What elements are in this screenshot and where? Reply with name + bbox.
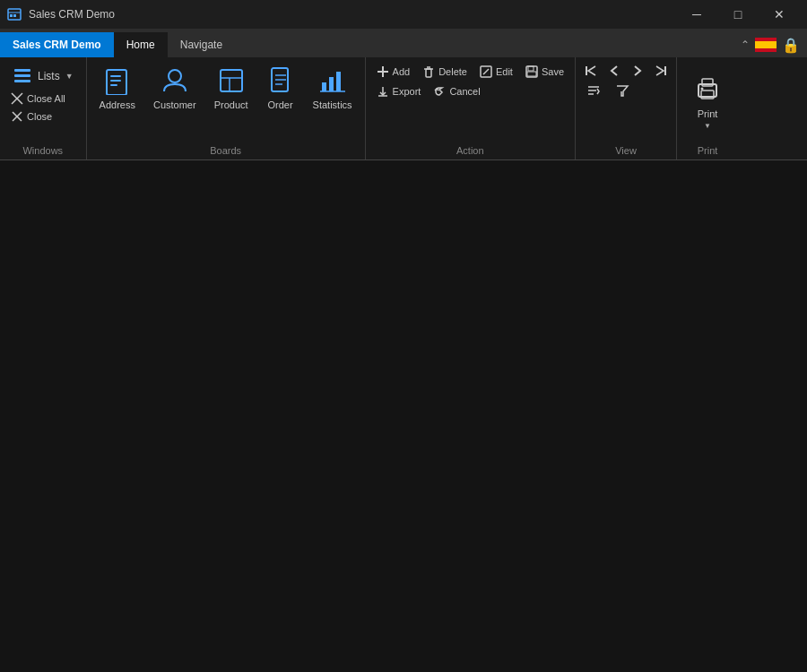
export-button[interactable]: Export [371, 82, 427, 100]
lists-label: Lists [38, 70, 60, 82]
prev-record-button[interactable] [604, 63, 624, 79]
export-label: Export [393, 86, 421, 97]
flag-icon [755, 38, 777, 52]
cancel-button[interactable]: Cancel [428, 82, 485, 100]
ribbon-group-windows: Lists ▼ Close All Close [0, 57, 87, 159]
last-icon [655, 65, 667, 77]
print-label: Print [698, 108, 718, 119]
tab-navigate[interactable]: Navigate [168, 32, 235, 57]
order-button[interactable]: Order [259, 63, 302, 114]
ribbon: Lists ▼ Close All Close [0, 57, 807, 160]
nav-row [581, 63, 671, 79]
customer-label: Customer [153, 99, 196, 110]
svg-rect-18 [221, 70, 242, 91]
svg-point-49 [701, 88, 704, 90]
action-row-1: Add Delete Edit [371, 63, 569, 81]
first-icon [585, 65, 597, 77]
product-icon [217, 66, 246, 95]
close-all-label: Close All [27, 93, 65, 104]
delete-button[interactable]: Delete [417, 63, 473, 81]
pencil-icon [480, 65, 492, 78]
sort-button[interactable] [581, 81, 606, 100]
title-bar: Sales CRM Demo ─ □ ✕ [0, 0, 807, 29]
filter-icon [615, 83, 629, 98]
svg-rect-32 [426, 69, 431, 77]
ribbon-tab-right: ⌃ 🔒 [741, 32, 807, 57]
svg-rect-27 [336, 72, 341, 91]
boards-group-label: Boards [92, 142, 360, 159]
svg-rect-14 [110, 75, 121, 77]
print-dropdown-arrow: ▼ [704, 122, 711, 130]
action-group-label: Action [371, 142, 569, 159]
minus-icon [422, 65, 435, 78]
address-label: Address [100, 99, 135, 110]
close-all-button[interactable]: Close All [5, 90, 71, 108]
svg-rect-7 [14, 74, 30, 77]
cancel-label: Cancel [449, 86, 480, 97]
svg-rect-13 [107, 70, 126, 95]
export-icon [377, 85, 389, 98]
sort-filter-row [581, 81, 635, 100]
action-row-2: Export Cancel [371, 82, 486, 100]
cancel-icon [433, 85, 446, 98]
prev-icon [608, 65, 620, 77]
order-icon [266, 66, 295, 95]
next-icon [631, 65, 644, 77]
close-button-ribbon[interactable]: Close [5, 108, 71, 125]
address-button[interactable]: Address [92, 63, 143, 114]
next-record-button[interactable] [628, 63, 647, 79]
maximize-button[interactable]: □ [717, 0, 759, 29]
customer-icon [161, 66, 189, 95]
address-icon [103, 66, 132, 95]
print-group-label: Print [682, 142, 733, 159]
filter-button[interactable] [610, 81, 635, 100]
tab-home[interactable]: Home [114, 32, 168, 57]
window-small-buttons: Close All Close [5, 90, 71, 125]
close-button[interactable]: ✕ [759, 0, 800, 29]
lists-dropdown-arrow: ▼ [65, 72, 74, 81]
order-label: Order [268, 99, 293, 110]
first-record-button[interactable] [581, 63, 601, 79]
print-button[interactable]: Print ▼ [682, 72, 733, 134]
svg-rect-15 [110, 80, 121, 82]
edit-button[interactable]: Edit [474, 63, 518, 81]
ribbon-group-boards: Address Customer Product [87, 57, 366, 159]
app-title-button[interactable]: Sales CRM Demo [0, 32, 114, 57]
ribbon-group-action: Add Delete Edit [366, 57, 576, 159]
statistics-icon [318, 66, 347, 95]
statistics-button[interactable]: Statistics [306, 63, 360, 114]
close-all-icon [11, 92, 23, 105]
app-icon [7, 7, 22, 22]
print-icon [693, 75, 722, 104]
svg-rect-2 [10, 14, 13, 17]
add-button[interactable]: Add [371, 63, 416, 81]
edit-label: Edit [496, 66, 513, 77]
floppy-icon [525, 65, 538, 78]
collapse-ribbon-icon[interactable]: ⌃ [741, 39, 750, 51]
svg-rect-25 [322, 82, 326, 91]
ribbon-tab-bar: Sales CRM Demo Home Navigate ⌃ 🔒 [0, 29, 807, 57]
main-content [0, 160, 807, 672]
ribbon-group-print: Print ▼ Print [677, 57, 738, 159]
windows-group-label: Windows [5, 142, 81, 159]
svg-rect-38 [527, 72, 536, 76]
customer-button[interactable]: Customer [146, 63, 204, 114]
svg-rect-5 [755, 41, 777, 48]
delete-label: Delete [438, 66, 467, 77]
product-button[interactable]: Product [207, 63, 256, 114]
minimize-button[interactable]: ─ [676, 0, 717, 29]
ribbon-group-view: View [576, 57, 677, 159]
add-label: Add [393, 66, 411, 77]
lock-icon: 🔒 [782, 37, 800, 54]
close-icon [11, 110, 23, 123]
statistics-label: Statistics [313, 99, 352, 110]
window-controls: ─ □ ✕ [676, 0, 800, 29]
lists-button[interactable]: Lists ▼ [5, 63, 81, 90]
save-button[interactable]: Save [520, 63, 569, 81]
svg-rect-8 [14, 80, 30, 82]
last-record-button[interactable] [651, 63, 671, 79]
svg-rect-16 [110, 84, 117, 86]
close-label: Close [27, 111, 52, 122]
lists-icon [13, 66, 32, 86]
plus-icon [377, 65, 389, 78]
